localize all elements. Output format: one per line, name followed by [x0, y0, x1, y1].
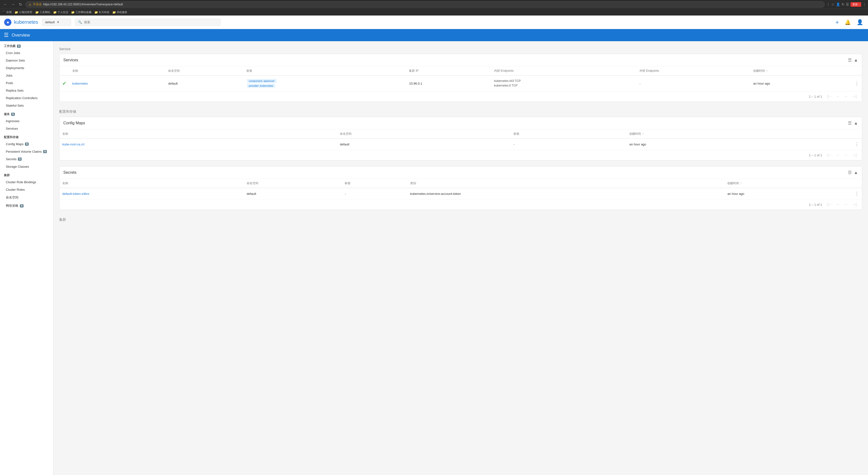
service-link-kubernetes[interactable]: kubernetes	[72, 82, 88, 85]
sync-icon[interactable]: ↻	[842, 2, 844, 6]
sidebar-item-replica-sets[interactable]: Replica Sets	[0, 87, 53, 94]
more-icon[interactable]: ⋮	[855, 81, 859, 86]
notification-bell-icon[interactable]: 🔔	[844, 19, 852, 26]
next-page-button[interactable]: →	[842, 93, 849, 100]
sidebar-item-secrets[interactable]: Secrets N	[0, 155, 53, 163]
sidebar-item-pods[interactable]: Pods	[0, 79, 53, 87]
main-layout: 工作负载 N Cron Jobs Daemon Sets Deployments…	[0, 41, 868, 475]
apps-icon: 📱	[2, 11, 6, 14]
cm-next-page-button[interactable]: →	[842, 152, 849, 158]
extensions-icon[interactable]: ☰	[846, 2, 849, 6]
pagination-info: 1 – 1 of 1	[809, 95, 822, 98]
search-input[interactable]	[84, 20, 217, 24]
sidebar-item-daemon-sets[interactable]: Daemon Sets	[0, 57, 53, 64]
secrets-badge: N	[18, 158, 22, 161]
services-table: 名称 命名空间 标签 集群 IP 内部 Endpoints 外部 Endpoin…	[59, 66, 862, 91]
grid-icon[interactable]: ⋮	[827, 2, 830, 6]
more-icon-2[interactable]: ⋮	[855, 141, 859, 147]
url-bar[interactable]: ⚠ 不安全 https://192.168.43.122:30001/#/ove…	[26, 1, 825, 7]
bookmark-projects[interactable]: 📁 小项目研究	[14, 10, 32, 14]
cm-row-name: kube-root-ca.crt	[59, 139, 337, 150]
row-external-endpoints: -	[637, 76, 750, 91]
bookmark-tools[interactable]: 📁 工具网站	[35, 10, 50, 14]
col-external-endpoints: 外部 Endpoints	[637, 66, 750, 76]
cm-col-namespace: 命名空间	[337, 129, 511, 139]
sec-last-page-button[interactable]: →|	[850, 201, 858, 208]
sec-pagination-info: 1 – 1 of 1	[809, 203, 822, 206]
filter-icon-3[interactable]: ☰	[848, 170, 852, 175]
namespace-selector[interactable]: default ▼	[42, 19, 71, 26]
menu-icon[interactable]: ⋮	[863, 2, 866, 6]
prev-page-button[interactable]: ←	[835, 93, 842, 100]
app-header: ⎈ kubernetes default ▼ 🔍 + 🔔 👤	[0, 15, 868, 29]
filter-icon[interactable]: ☰	[848, 58, 852, 63]
sidebar-item-namespaces[interactable]: 命名空间	[0, 193, 53, 202]
secrets-card-actions: ☰ ▲	[848, 170, 858, 175]
cm-first-page-button[interactable]: |←	[826, 152, 834, 158]
more-icon-3[interactable]: ⋮	[855, 191, 859, 196]
cm-last-page-button[interactable]: →|	[850, 152, 858, 158]
sec-next-page-button[interactable]: →	[842, 201, 849, 208]
sec-first-page-button[interactable]: |←	[826, 201, 834, 208]
first-page-button[interactable]: |←	[826, 93, 834, 100]
sidebar-item-ingresses[interactable]: Ingresses	[0, 117, 53, 125]
sidebar-item-cluster-roles[interactable]: Cluster Roles	[0, 186, 53, 193]
folder-icon-4: 📁	[71, 11, 75, 14]
sidebar-item-storage-classes[interactable]: Storage Classes	[0, 163, 53, 170]
sidebar-item-stateful-sets[interactable]: Stateful Sets	[0, 102, 53, 109]
bookmark-work[interactable]: 📁 工作网址收藏	[71, 10, 91, 14]
sidebar-item-cron-jobs[interactable]: Cron Jobs	[0, 49, 53, 57]
reload-button[interactable]: ↻	[18, 2, 24, 7]
sidebar-item-services[interactable]: Services	[0, 125, 53, 132]
update-button[interactable]: 更新 ·	[850, 2, 861, 7]
sidebar-workload-header: 工作负载 N	[0, 41, 53, 49]
sidebar-item-config-maps[interactable]: Config Maps N	[0, 140, 53, 148]
cm-row-more[interactable]: ⋮	[852, 139, 862, 150]
browser-chrome: ← → ↻ ⚠ 不安全 https://192.168.43.122:30001…	[0, 0, 868, 9]
sidebar-item-jobs[interactable]: Jobs	[0, 72, 53, 79]
secret-link[interactable]: default-token-s4brx	[62, 192, 89, 196]
col-labels: 标签	[244, 66, 406, 76]
bookmark-apps[interactable]: 📱 应用	[2, 10, 12, 14]
add-button[interactable]: +	[835, 18, 840, 27]
cm-prev-page-button[interactable]: ←	[835, 152, 842, 158]
table-row: ✔ kubernetes default component: apiserve…	[59, 76, 862, 91]
sec-prev-page-button[interactable]: ←	[835, 201, 842, 208]
workload-badge: N	[17, 44, 21, 48]
collapse-icon-2[interactable]: ▲	[854, 121, 858, 126]
bookmark-tech[interactable]: 📁 长天科技	[94, 10, 110, 14]
col-internal-endpoints: 内部 Endpoints	[491, 66, 637, 76]
sidebar-item-deployments[interactable]: Deployments	[0, 64, 53, 72]
collapse-icon[interactable]: ▲	[854, 58, 858, 63]
last-page-button[interactable]: →|	[850, 93, 858, 100]
sidebar-item-pvc[interactable]: Persistent Volume Claims N	[0, 148, 53, 155]
collapse-icon-3[interactable]: ▲	[854, 170, 858, 175]
svg-text:⎈: ⎈	[7, 20, 9, 24]
filter-icon-2[interactable]: ☰	[848, 121, 852, 126]
sec-row-more[interactable]: ⋮	[852, 188, 862, 199]
row-internal-endpoints: kubernetes:443 TCP kubernetes:0 TCP	[491, 76, 637, 91]
sidebar-item-network-policies[interactable]: 网络策略 N	[0, 202, 53, 210]
sec-row-namespace: default	[244, 188, 342, 199]
cm-pagination-info: 1 – 1 of 1	[809, 154, 822, 157]
sidebar-config-header: 配置和存储	[0, 132, 53, 140]
sidebar-toggle-icon[interactable]: ☰	[4, 32, 9, 38]
profile-icon[interactable]: 👤	[836, 2, 840, 6]
search-bar[interactable]: 🔍	[75, 19, 220, 26]
browser-nav-buttons: ← → ↻	[2, 2, 24, 7]
back-button[interactable]: ←	[2, 2, 9, 7]
bookmark-local[interactable]: 📁 本机服务	[112, 10, 127, 14]
configmap-link[interactable]: kube-root-ca.crt	[62, 142, 85, 146]
sidebar-item-replication-controllers[interactable]: Replication Controllers	[0, 94, 53, 102]
bookmark-personal[interactable]: 📁 个人生活	[53, 10, 68, 14]
row-more-actions[interactable]: ⋮	[852, 76, 862, 91]
forward-button[interactable]: →	[10, 2, 17, 7]
label-chip-2: provider: kubernetes	[247, 84, 275, 88]
user-avatar[interactable]: 👤	[856, 18, 864, 26]
url-text: https://192.168.43.122:30001/#/overview?…	[43, 3, 822, 6]
sidebar-item-cluster-role-bindings[interactable]: Cluster Role Bindings	[0, 178, 53, 186]
pvc-badge: N	[43, 150, 47, 153]
sec-col-namespace: 命名空间	[244, 179, 342, 188]
table-row: kube-root-ca.crt default - an hour ago ⋮	[59, 139, 862, 150]
star-icon[interactable]: ☆	[831, 2, 835, 6]
